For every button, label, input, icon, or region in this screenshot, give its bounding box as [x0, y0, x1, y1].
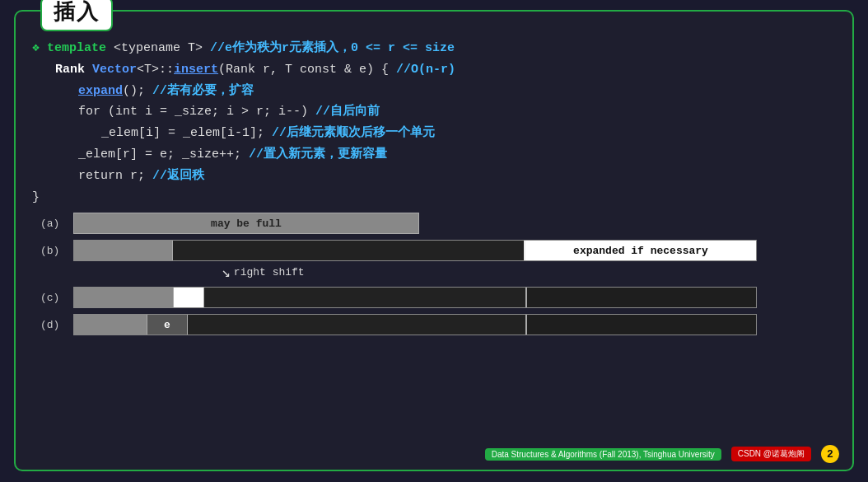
- bar-d-black: [188, 315, 525, 335]
- section-title: 插入: [40, 0, 113, 31]
- line6-code: _elem[r] = e; _size++;: [78, 144, 241, 166]
- diagram-area: (a) may be full (b) expanded if necessar…: [32, 213, 836, 335]
- credit-badge: Data Structures & Algorithms (Fall 2013)…: [485, 448, 721, 461]
- bar-b: expanded if necessary: [73, 240, 757, 261]
- diagram-row-c: (c): [40, 287, 836, 308]
- bar-c-white-box: [173, 288, 204, 307]
- line7-comment: //返回秩: [145, 166, 204, 187]
- line5-code: _elem[i] = _elem[i-1];: [101, 123, 264, 144]
- right-shift-row: ↘ right shift: [222, 263, 305, 281]
- right-shift-label: right shift: [234, 266, 305, 278]
- line6-comment: //置入新元素，更新容量: [241, 144, 387, 166]
- bar-b-black: [173, 241, 525, 260]
- code-line-2: Rank Vector<T>::insert(Rank r, T const &…: [55, 59, 836, 81]
- line1-rest: <typename T>: [106, 38, 203, 59]
- bar-c-gray: [74, 288, 173, 307]
- e-label: e: [164, 319, 170, 331]
- label-b: (b): [40, 245, 73, 257]
- diagram-row-a: (a) may be full: [40, 213, 836, 234]
- bar-c-end: [525, 288, 756, 307]
- bar-c: [73, 287, 757, 308]
- diamond-prefix: ❖: [32, 38, 47, 59]
- code-line-3: expand(); //若有必要，扩容: [78, 81, 836, 102]
- label-d: (d): [40, 319, 73, 331]
- label-c: (c): [40, 292, 73, 304]
- rank-kw: Rank: [55, 59, 85, 81]
- label-a: (a): [40, 218, 73, 230]
- line3-comment: //若有必要，扩容: [145, 81, 254, 102]
- line5-comment: //后继元素顺次后移一个单元: [264, 123, 435, 144]
- bar-d-e-box: e: [147, 315, 188, 335]
- bar-a-text: may be full: [211, 218, 282, 230]
- line2-comment: //O(n-r): [389, 59, 455, 81]
- arrow-icon: ↘: [222, 263, 231, 281]
- line1-comment: //e作为秩为r元素插入，0 <= r <= size: [203, 38, 455, 59]
- main-card: 插入 ❖ template <typename T> //e作为秩为r元素插入，…: [14, 10, 854, 471]
- line2-params: (Rank r, T const & e) {: [218, 59, 389, 81]
- insert-fn: insert: [174, 59, 218, 81]
- bar-c-black: [204, 288, 525, 307]
- bar-b-expanded-text: expanded if necessary: [525, 241, 756, 260]
- expand-fn: expand: [78, 81, 123, 102]
- code-line-1: ❖ template <typename T> //e作为秩为r元素插入，0 <…: [32, 38, 836, 59]
- closing-brace: }: [32, 187, 40, 208]
- page-number: 2: [821, 445, 839, 463]
- code-line-5: _elem[i] = _elem[i-1]; //后继元素顺次后移一个单元: [101, 123, 836, 144]
- vector-kw: Vector: [85, 59, 137, 81]
- diagram-row-b: (b) expanded if necessary ↘ right shift: [40, 240, 836, 281]
- footer: Data Structures & Algorithms (Fall 2013)…: [485, 445, 839, 463]
- bar-d-end: [525, 315, 756, 335]
- code-line-7: return r; //返回秩: [78, 166, 836, 187]
- template-keyword: template: [47, 38, 106, 59]
- code-line-8: }: [32, 187, 836, 208]
- code-line-6: _elem[r] = e; _size++; //置入新元素，更新容量: [78, 144, 836, 166]
- code-block: ❖ template <typename T> //e作为秩为r元素插入，0 <…: [32, 38, 836, 208]
- line2-T: <T>::: [137, 59, 174, 81]
- line7-code: return r;: [78, 166, 145, 187]
- logo-badge: CSDN @诺葛炮阁: [731, 447, 811, 461]
- line3-rest: ();: [123, 81, 145, 102]
- line4-code: for (int i = _size; i > r; i--): [78, 101, 308, 123]
- bar-d: e: [73, 314, 757, 335]
- line4-comment: //自后向前: [308, 101, 380, 123]
- code-line-4: for (int i = _size; i > r; i--) //自后向前: [78, 101, 836, 123]
- bar-a: may be full: [73, 213, 419, 234]
- diagram-row-d: (d) e: [40, 314, 836, 335]
- bar-b-gray: [74, 241, 173, 260]
- bar-d-gray: [74, 315, 147, 335]
